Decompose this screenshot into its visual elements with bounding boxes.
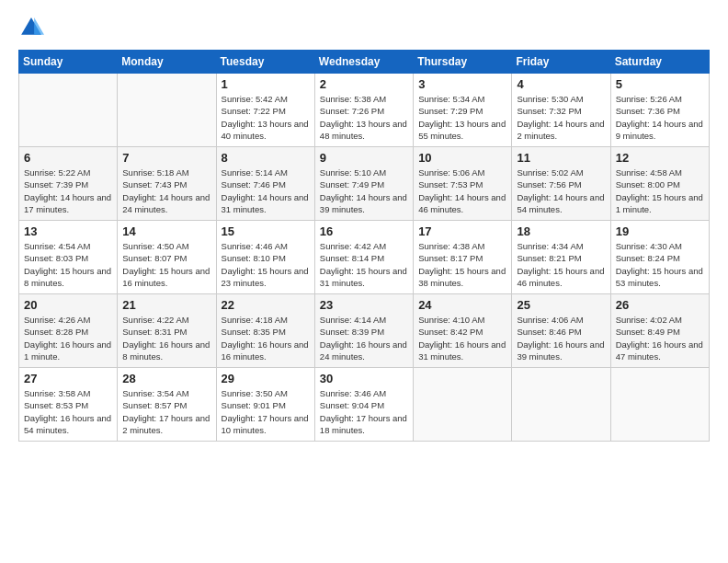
col-friday: Friday: [512, 51, 610, 74]
day-cell: [610, 368, 709, 442]
day-info: Sunrise: 4:14 AM Sunset: 8:39 PM Dayligh…: [320, 314, 408, 362]
day-cell: 27Sunrise: 3:58 AM Sunset: 8:53 PM Dayli…: [19, 368, 118, 442]
col-tuesday: Tuesday: [216, 51, 314, 74]
day-cell: 23Sunrise: 4:14 AM Sunset: 8:39 PM Dayli…: [314, 294, 413, 368]
day-number: 2: [320, 77, 408, 91]
day-number: 7: [122, 151, 210, 165]
day-cell: [512, 368, 610, 442]
day-info: Sunrise: 5:06 AM Sunset: 7:53 PM Dayligh…: [418, 167, 506, 215]
day-number: 11: [517, 151, 605, 165]
col-wednesday: Wednesday: [314, 51, 413, 74]
day-info: Sunrise: 5:38 AM Sunset: 7:26 PM Dayligh…: [320, 93, 408, 142]
day-cell: 12Sunrise: 4:58 AM Sunset: 8:00 PM Dayli…: [610, 147, 709, 221]
day-number: 30: [320, 372, 408, 385]
day-cell: 6Sunrise: 5:22 AM Sunset: 7:39 PM Daylig…: [19, 147, 118, 221]
day-info: Sunrise: 3:54 AM Sunset: 8:57 PM Dayligh…: [122, 387, 210, 436]
week-row-2: 6Sunrise: 5:22 AM Sunset: 7:39 PM Daylig…: [19, 147, 710, 221]
day-number: 21: [122, 298, 210, 312]
day-cell: 9Sunrise: 5:10 AM Sunset: 7:49 PM Daylig…: [314, 147, 413, 221]
logo: [18, 15, 48, 40]
day-cell: 28Sunrise: 3:54 AM Sunset: 8:57 PM Dayli…: [118, 368, 216, 442]
day-info: Sunrise: 5:10 AM Sunset: 7:49 PM Dayligh…: [320, 167, 408, 215]
day-number: 14: [122, 224, 210, 238]
day-cell: 8Sunrise: 5:14 AM Sunset: 7:46 PM Daylig…: [216, 147, 314, 221]
day-info: Sunrise: 4:22 AM Sunset: 8:31 PM Dayligh…: [122, 314, 210, 362]
day-number: 29: [222, 372, 310, 385]
day-number: 16: [320, 224, 408, 238]
day-cell: 1Sunrise: 5:42 AM Sunset: 7:22 PM Daylig…: [216, 74, 314, 147]
day-number: 26: [616, 298, 704, 312]
day-number: 12: [616, 151, 704, 165]
day-cell: 16Sunrise: 4:42 AM Sunset: 8:14 PM Dayli…: [314, 221, 413, 294]
day-info: Sunrise: 5:34 AM Sunset: 7:29 PM Dayligh…: [418, 93, 506, 142]
day-number: 25: [517, 298, 605, 312]
day-number: 6: [24, 151, 112, 165]
col-monday: Monday: [118, 51, 216, 74]
day-number: 8: [222, 151, 310, 165]
day-info: Sunrise: 4:46 AM Sunset: 8:10 PM Dayligh…: [222, 240, 310, 289]
day-number: 13: [24, 224, 112, 238]
day-info: Sunrise: 5:30 AM Sunset: 7:32 PM Dayligh…: [517, 93, 605, 142]
day-info: Sunrise: 5:22 AM Sunset: 7:39 PM Dayligh…: [24, 167, 112, 215]
day-info: Sunrise: 4:54 AM Sunset: 8:03 PM Dayligh…: [24, 240, 112, 289]
day-number: 19: [616, 224, 704, 238]
day-number: 4: [517, 77, 605, 91]
day-cell: 15Sunrise: 4:46 AM Sunset: 8:10 PM Dayli…: [216, 221, 314, 294]
calendar-table: Sunday Monday Tuesday Wednesday Thursday…: [18, 50, 710, 442]
day-cell: 2Sunrise: 5:38 AM Sunset: 7:26 PM Daylig…: [314, 74, 413, 147]
day-cell: 13Sunrise: 4:54 AM Sunset: 8:03 PM Dayli…: [19, 221, 118, 294]
day-number: 24: [418, 298, 506, 312]
day-cell: [414, 368, 512, 442]
week-row-5: 27Sunrise: 3:58 AM Sunset: 8:53 PM Dayli…: [19, 368, 710, 442]
logo-icon: [18, 15, 44, 40]
day-cell: 3Sunrise: 5:34 AM Sunset: 7:29 PM Daylig…: [414, 74, 512, 147]
day-number: 1: [222, 77, 310, 91]
day-cell: 21Sunrise: 4:22 AM Sunset: 8:31 PM Dayli…: [118, 294, 216, 368]
day-info: Sunrise: 4:34 AM Sunset: 8:21 PM Dayligh…: [517, 240, 605, 289]
day-number: 17: [418, 224, 506, 238]
day-cell: 17Sunrise: 4:38 AM Sunset: 8:17 PM Dayli…: [414, 221, 512, 294]
day-info: Sunrise: 4:18 AM Sunset: 8:35 PM Dayligh…: [222, 314, 310, 362]
day-info: Sunrise: 5:18 AM Sunset: 7:43 PM Dayligh…: [122, 167, 210, 215]
week-row-4: 20Sunrise: 4:26 AM Sunset: 8:28 PM Dayli…: [19, 294, 710, 368]
day-cell: 30Sunrise: 3:46 AM Sunset: 9:04 PM Dayli…: [314, 368, 413, 442]
day-cell: 18Sunrise: 4:34 AM Sunset: 8:21 PM Dayli…: [512, 221, 610, 294]
day-number: 10: [418, 151, 506, 165]
day-info: Sunrise: 4:38 AM Sunset: 8:17 PM Dayligh…: [418, 240, 506, 289]
day-cell: 7Sunrise: 5:18 AM Sunset: 7:43 PM Daylig…: [118, 147, 216, 221]
day-info: Sunrise: 4:42 AM Sunset: 8:14 PM Dayligh…: [320, 240, 408, 289]
day-cell: 5Sunrise: 5:26 AM Sunset: 7:36 PM Daylig…: [610, 74, 709, 147]
col-saturday: Saturday: [610, 51, 709, 74]
day-info: Sunrise: 3:46 AM Sunset: 9:04 PM Dayligh…: [320, 387, 408, 436]
page: Sunday Monday Tuesday Wednesday Thursday…: [0, 0, 728, 563]
day-info: Sunrise: 5:42 AM Sunset: 7:22 PM Dayligh…: [222, 93, 310, 142]
day-cell: 10Sunrise: 5:06 AM Sunset: 7:53 PM Dayli…: [414, 147, 512, 221]
day-cell: 25Sunrise: 4:06 AM Sunset: 8:46 PM Dayli…: [512, 294, 610, 368]
day-number: 28: [122, 372, 210, 385]
header-row: Sunday Monday Tuesday Wednesday Thursday…: [19, 51, 710, 74]
day-number: 22: [222, 298, 310, 312]
day-cell: 19Sunrise: 4:30 AM Sunset: 8:24 PM Dayli…: [610, 221, 709, 294]
day-info: Sunrise: 4:02 AM Sunset: 8:49 PM Dayligh…: [616, 314, 704, 362]
day-cell: 11Sunrise: 5:02 AM Sunset: 7:56 PM Dayli…: [512, 147, 610, 221]
day-info: Sunrise: 5:14 AM Sunset: 7:46 PM Dayligh…: [222, 167, 310, 215]
day-number: 18: [517, 224, 605, 238]
day-cell: 29Sunrise: 3:50 AM Sunset: 9:01 PM Dayli…: [216, 368, 314, 442]
col-sunday: Sunday: [19, 51, 118, 74]
day-info: Sunrise: 4:50 AM Sunset: 8:07 PM Dayligh…: [122, 240, 210, 289]
day-cell: 14Sunrise: 4:50 AM Sunset: 8:07 PM Dayli…: [118, 221, 216, 294]
day-number: 27: [24, 372, 112, 385]
day-number: 9: [320, 151, 408, 165]
day-info: Sunrise: 3:58 AM Sunset: 8:53 PM Dayligh…: [24, 387, 112, 436]
col-thursday: Thursday: [414, 51, 512, 74]
day-cell: [19, 74, 118, 147]
day-cell: 26Sunrise: 4:02 AM Sunset: 8:49 PM Dayli…: [610, 294, 709, 368]
day-info: Sunrise: 5:02 AM Sunset: 7:56 PM Dayligh…: [517, 167, 605, 215]
day-info: Sunrise: 4:10 AM Sunset: 8:42 PM Dayligh…: [418, 314, 506, 362]
day-info: Sunrise: 4:26 AM Sunset: 8:28 PM Dayligh…: [24, 314, 112, 362]
day-number: 5: [616, 77, 704, 91]
week-row-3: 13Sunrise: 4:54 AM Sunset: 8:03 PM Dayli…: [19, 221, 710, 294]
day-cell: 20Sunrise: 4:26 AM Sunset: 8:28 PM Dayli…: [19, 294, 118, 368]
day-number: 15: [222, 224, 310, 238]
header: [18, 15, 710, 40]
